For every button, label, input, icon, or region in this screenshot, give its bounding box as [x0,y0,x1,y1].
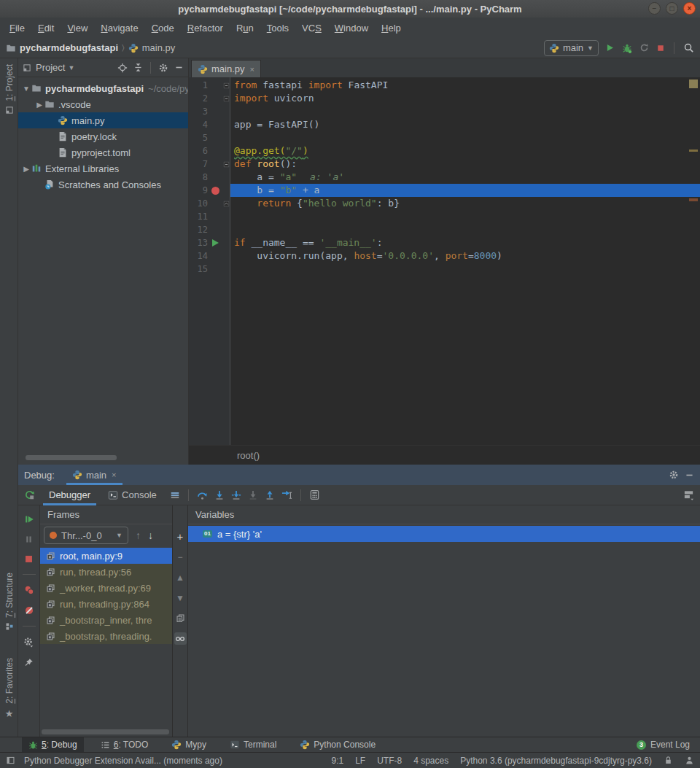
show-watches-button[interactable] [174,632,187,645]
tree-item-pyproject-toml[interactable]: pyproject.toml [18,144,188,160]
breadcrumb-file[interactable]: main.py [142,42,176,53]
run-icon[interactable] [605,43,615,53]
menu-vcs[interactable]: VCS [295,20,328,36]
rerun-icon[interactable] [24,489,35,500]
hide-icon[interactable] [685,470,694,480]
frame-row[interactable]: run, thread.py:56 [40,564,172,580]
toggle-tool-windows-icon[interactable] [6,756,15,765]
scrollbar-weak-warning-mark[interactable] [689,150,698,152]
resume-icon[interactable] [24,514,34,524]
code-text[interactable] [230,263,700,276]
pin-icon[interactable] [24,658,34,667]
step-out-icon[interactable] [265,490,275,500]
threads-view-icon[interactable] [170,490,180,500]
menu-edit[interactable]: Edit [31,20,61,36]
debug-icon[interactable] [622,43,632,53]
restart-icon[interactable] [639,43,649,53]
minimize-button[interactable]: − [648,2,661,15]
status-caret-position[interactable]: 9:1 [331,756,343,766]
tab-debugger[interactable]: Debugger [40,485,99,505]
toolwindow-button-6-todo[interactable]: 6: TODO [94,737,155,753]
code-text[interactable] [230,210,700,223]
search-icon[interactable] [683,42,694,53]
code-text[interactable]: import uvicorn [230,92,700,105]
toolwindow-button-python-console[interactable]: Python Console [293,737,382,753]
tree-item--vscode[interactable]: ▶.vscode [18,96,188,112]
toolwindow-button-5-debug[interactable]: 5: Debug [22,737,84,753]
menu-view[interactable]: View [61,20,94,36]
duplicate-button[interactable] [174,612,187,624]
menu-run[interactable]: Run [230,20,260,36]
menu-tools[interactable]: Tools [260,20,295,36]
remove-watch-button[interactable]: − [174,551,187,563]
hide-icon[interactable] [174,63,184,72]
code-text[interactable] [230,105,700,118]
frame-row[interactable]: _bootstrap, threading. [40,628,172,644]
settings-dd-icon[interactable] [23,637,34,648]
code-text[interactable]: return {"hello world": b} [230,197,700,210]
status-message[interactable]: Python Debugger Extension Avail... (mome… [24,756,222,766]
close-session-icon[interactable]: × [112,470,116,479]
tree-item-pycharmdebugfastapi[interactable]: ▼pycharmdebugfastapi~/code/pycharmdebugf… [18,80,188,96]
mute-breakpoints-icon[interactable] [24,605,34,616]
maximize-button[interactable]: □ [666,2,678,15]
menu-window[interactable]: Window [328,20,375,36]
locate-icon[interactable] [117,63,128,73]
run-config-selector[interactable]: main ▼ [544,40,599,56]
chevron-collapsed-icon[interactable]: ▶ [21,165,31,173]
code-text[interactable]: def root(): [230,158,700,171]
run-gutter[interactable] [208,239,222,247]
project-view-selector[interactable]: Project ▼ [36,62,74,73]
frame-row[interactable]: _worker, thread.py:69 [40,580,172,596]
editor-tab-main-py[interactable]: main.py × [191,60,261,77]
close-tab-icon[interactable]: × [250,65,254,74]
chevron-expanded-icon[interactable]: ▼ [21,85,31,93]
menu-help[interactable]: Help [375,20,408,36]
settings-icon[interactable] [158,63,168,73]
tab-console[interactable]: Console [99,485,166,505]
debug-session-tab[interactable]: main × [65,465,124,485]
menu-file[interactable]: File [3,20,31,36]
tree-item-scratches-and-consoles[interactable]: Scratches and Consoles [18,177,188,193]
view-breakpoints-icon[interactable] [24,585,34,595]
frame-row[interactable]: root, main.py:9 [40,548,172,564]
move-down-button[interactable]: ▼ [174,591,187,604]
menu-refactor[interactable]: Refactor [181,20,230,36]
fold-marker-icon[interactable] [222,161,230,168]
code-text[interactable] [230,131,700,144]
status-encoding[interactable]: UTF-8 [377,756,402,766]
step-over-icon[interactable] [197,489,208,500]
breadcrumb-project[interactable]: pycharmdebugfastapi [20,42,118,53]
sidebar-item-structure[interactable]: 7: Structure [0,573,18,631]
stop-icon[interactable] [656,44,665,53]
next-frame-button[interactable]: ↓ [148,530,153,541]
breakpoint-gutter[interactable] [208,187,222,195]
code-editor[interactable]: 1from fastapi import FastAPI2import uvic… [189,77,700,446]
hector-icon[interactable] [685,756,694,765]
collapse-icon[interactable] [133,63,143,72]
code-text[interactable]: uvicorn.run(app, host='0.0.0.0', port=80… [230,249,700,263]
breadcrumb-function[interactable]: root() [237,450,260,461]
code-text[interactable]: if __name__ == '__main__': [230,236,700,249]
settings-icon[interactable] [669,470,679,480]
code-text[interactable]: @app.get("/") [230,144,700,158]
stop-red-icon[interactable] [24,554,34,564]
frame-row[interactable]: _bootstrap_inner, thre [40,612,172,628]
thread-selector[interactable]: Thr...-0_0 ▼ [44,527,128,544]
horizontal-scrollbar[interactable] [42,729,169,734]
tree-item-poetry-lock[interactable]: poetry.lock [18,128,188,144]
run-line-icon[interactable] [212,239,219,247]
fold-marker-icon[interactable] [222,201,230,207]
event-log-button[interactable]: 3 Event Log [637,740,690,750]
move-up-button[interactable]: ▲ [174,571,187,583]
variable-row[interactable]: 01a = {str} 'a' [188,526,700,542]
scrollbar-breakpoint-mark[interactable] [689,198,698,201]
status-line-ending[interactable]: LF [355,756,365,766]
restore-layout-icon[interactable] [683,489,694,500]
tree-item-main-py[interactable]: main.py [18,112,188,128]
status-indent-style[interactable]: 4 spaces [413,756,448,766]
code-text[interactable]: b = "b" + a [230,184,700,197]
code-text[interactable] [230,223,700,236]
scrollbar-warning-mark[interactable] [689,79,698,88]
menu-navigate[interactable]: Navigate [94,20,144,36]
